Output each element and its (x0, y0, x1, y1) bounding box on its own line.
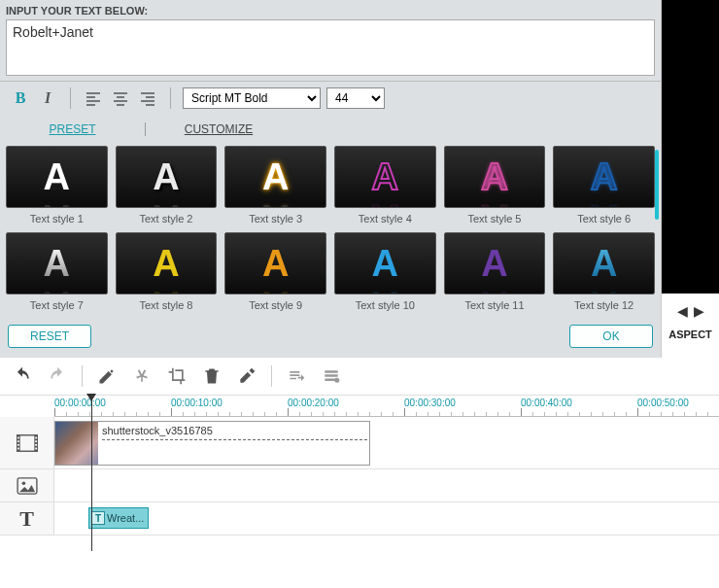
text-clip-label: Wreat... (107, 512, 144, 524)
style-label: Text style 5 (444, 213, 546, 225)
text-track-head: T (0, 502, 54, 535)
ruler-tick-label: 00:00:30:00 (404, 398, 456, 408)
svg-rect-23 (35, 447, 37, 449)
style-label: Text style 3 (224, 213, 326, 225)
ruler-tick-label: 00:00:40:00 (521, 398, 572, 408)
align-right-button[interactable] (137, 87, 158, 109)
color-picker-button[interactable] (234, 363, 259, 389)
svg-rect-18 (17, 443, 18, 445)
text-clip[interactable]: T Wreat... (88, 507, 149, 529)
prev-arrow-icon[interactable]: ◀ (677, 303, 688, 319)
text-input[interactable]: Robelt+Janet (6, 19, 655, 76)
style-label: Text style 9 (224, 299, 326, 311)
align-left-button[interactable] (83, 87, 104, 109)
separator (271, 365, 272, 387)
align-center-button[interactable] (110, 87, 131, 109)
tab-row: PRESET CUSTOMIZE (0, 115, 661, 146)
clip-name: shutterstock_v3516785 (102, 425, 213, 436)
text-style-3[interactable]: AA (224, 146, 326, 208)
italic-button[interactable]: I (37, 87, 58, 109)
timeline-toolbar (0, 358, 719, 396)
next-arrow-icon[interactable]: ▶ (694, 303, 704, 319)
text-style-9[interactable]: AA (224, 232, 326, 294)
timeline-ruler[interactable]: 00:00:00:00 00:00:10:00 00:00:20:00 00:0… (54, 396, 719, 417)
ruler-tick-label: 00:00:50:00 (637, 398, 689, 408)
svg-point-12 (334, 378, 339, 383)
style-label: Text style 2 (116, 213, 218, 225)
ruler-tick-label: 00:00:20:00 (288, 398, 339, 408)
delete-button[interactable] (199, 363, 224, 389)
playhead[interactable] (91, 396, 92, 551)
settings-button[interactable] (319, 363, 344, 389)
preview-viewport (662, 0, 719, 294)
bold-button[interactable]: B (10, 87, 31, 109)
ruler-tick-label: 00:00:00:00 (54, 398, 106, 408)
ok-button[interactable]: OK (569, 325, 653, 348)
svg-rect-20 (35, 436, 37, 438)
clip-audio-line (102, 439, 367, 440)
separator (82, 365, 83, 387)
image-track (0, 469, 719, 502)
film-icon (17, 434, 38, 452)
ruler-tick-label: 00:00:10:00 (171, 398, 223, 408)
svg-point-25 (21, 481, 25, 485)
text-style-11[interactable]: AA (444, 232, 546, 294)
text-track: T T Wreat... (0, 502, 719, 536)
image-icon (17, 477, 38, 495)
crop-button[interactable] (164, 363, 189, 389)
text-style-2[interactable]: AA (116, 146, 218, 208)
separator (170, 87, 171, 109)
input-header-label: INPUT YOUR TEXT BELOW: (6, 2, 655, 19)
video-track-head (0, 417, 54, 468)
text-style-6[interactable]: AA (553, 146, 655, 208)
video-track: shutterstock_v3516785 (0, 417, 719, 469)
style-label: Text style 8 (116, 299, 218, 311)
text-style-4[interactable]: AA (334, 146, 436, 208)
text-style-10[interactable]: AA (334, 232, 436, 294)
tab-preset[interactable]: PRESET (49, 122, 95, 136)
video-clip[interactable]: shutterstock_v3516785 (54, 421, 370, 466)
svg-rect-16 (17, 436, 18, 438)
style-label: Text style 7 (6, 299, 108, 311)
styles-scrollbar[interactable] (655, 150, 659, 220)
image-track-head (0, 469, 54, 502)
separator (70, 87, 71, 109)
style-label: Text style 10 (334, 299, 436, 311)
font-family-select[interactable]: Script MT Bold (183, 87, 321, 109)
svg-rect-17 (17, 440, 18, 442)
redo-button[interactable] (45, 363, 70, 389)
svg-rect-22 (35, 443, 37, 445)
style-label: Text style 6 (553, 213, 655, 225)
edit-button[interactable] (94, 363, 120, 389)
format-toolbar: B I Script MT Bold 44 (0, 81, 661, 115)
font-size-select[interactable]: 44 (326, 87, 385, 109)
style-label: Text style 12 (553, 299, 655, 311)
svg-rect-21 (35, 440, 37, 442)
style-label: Text style 1 (6, 213, 108, 225)
text-style-12[interactable]: AA (553, 232, 655, 294)
aspect-label: ASPECT (662, 323, 719, 346)
text-style-8[interactable]: AA (116, 232, 218, 294)
text-style-5[interactable]: AA (444, 146, 546, 208)
text-style-7[interactable]: AA (6, 232, 108, 294)
reset-button[interactable]: RESET (8, 325, 91, 348)
svg-rect-19 (17, 447, 18, 449)
text-styles-grid: AAText style 1 AAText style 2 AAText sty… (6, 146, 655, 311)
split-button[interactable] (129, 363, 154, 389)
undo-button[interactable] (10, 363, 35, 389)
export-button[interactable] (284, 363, 309, 389)
style-label: Text style 4 (334, 213, 436, 225)
text-style-1[interactable]: AA (6, 146, 108, 208)
tab-customize[interactable]: CUSTOMIZE (185, 122, 253, 136)
style-label: Text style 11 (444, 299, 546, 311)
text-clip-icon: T (91, 511, 105, 525)
